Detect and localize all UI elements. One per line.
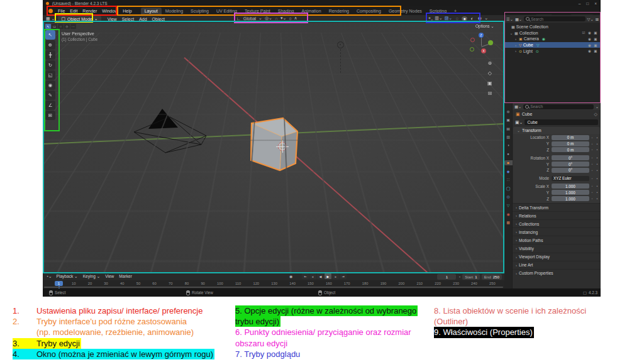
workspace-tab[interactable]: Scripting — [426, 8, 450, 14]
workspace-tab[interactable]: Texture Paint — [241, 8, 274, 14]
gizmo-x-axis[interactable]: X — [481, 48, 486, 53]
lock-icon[interactable]: ◦ — [589, 177, 595, 180]
tab-selector-icon[interactable]: ▦⌄ — [514, 104, 521, 109]
value-field[interactable]: 0° — [552, 155, 589, 160]
snap-with-icon[interactable]: ▾⌄ — [280, 16, 286, 21]
navigation-gizmo[interactable]: Z X — [468, 32, 494, 58]
section-header[interactable]: › Delta Transform — [513, 203, 601, 211]
expand-arrow-icon[interactable]: › — [514, 49, 518, 53]
select-mode-button[interactable]: ⋯ — [70, 24, 76, 29]
timeline-menu-item[interactable]: View — [105, 274, 114, 279]
properties-tab[interactable]: ▩ — [504, 220, 513, 225]
properties-tab[interactable]: ◆ — [504, 168, 513, 173]
shading-wireframe-icon[interactable]: ◌ — [454, 16, 460, 21]
section-header[interactable]: › Motion Paths — [513, 236, 601, 244]
viewport-menu-item[interactable]: View — [105, 17, 119, 21]
auto-keying-icon[interactable]: ◉ — [289, 274, 292, 278]
select-mode-button[interactable]: ◇ — [64, 24, 70, 29]
outliner-row[interactable]: › ▣ Camera ◉ ◉ ▣ — [504, 36, 601, 42]
gizmo-y-neg[interactable] — [470, 47, 474, 52]
animate-dot-icon[interactable]: • — [595, 190, 599, 194]
section-header[interactable]: › Line Art — [513, 261, 601, 269]
value-field[interactable]: 1.000 — [552, 196, 589, 201]
properties-tab[interactable]: ■ — [504, 160, 513, 165]
light-object[interactable] — [337, 41, 344, 48]
lock-icon[interactable]: ◦ — [589, 156, 595, 160]
transform-panel-header[interactable]: ⌄ Transform — [513, 127, 600, 134]
outliner-search-input[interactable]: Search — [524, 16, 585, 21]
shading-material-icon[interactable]: ◐ — [469, 16, 475, 21]
overlays-icon[interactable]: ▥⌄ — [435, 16, 442, 21]
animate-dot-icon[interactable]: • — [595, 136, 599, 140]
mode-dropdown[interactable]: ▢ Object Mode ⌄ — [58, 16, 101, 22]
animate-dot-icon[interactable]: • — [595, 184, 599, 188]
expand-arrow-icon[interactable]: ⌄ — [509, 31, 513, 35]
transport-button[interactable]: ⇥ — [340, 273, 347, 279]
outliner-filter-mode-icon[interactable]: ▦⌄ — [515, 17, 522, 21]
chevron-down-icon[interactable]: ⌄ — [484, 16, 488, 21]
animate-dot-icon[interactable]: • — [595, 156, 599, 160]
timeline-menu-item[interactable]: Keying ⌄ — [83, 274, 101, 279]
menu-item[interactable]: Window — [99, 9, 120, 13]
menu-item[interactable]: Render — [80, 9, 99, 13]
gizmo-x-neg[interactable] — [470, 38, 475, 42]
workspace-tab[interactable]: Compositing — [353, 8, 385, 14]
gizmo-z-axis[interactable]: Z — [479, 33, 484, 38]
lock-icon[interactable]: ◦ — [589, 190, 595, 194]
menu-item[interactable]: Help — [120, 9, 134, 13]
lock-icon[interactable]: ◦ — [589, 168, 595, 172]
workspace-tab[interactable]: Geometry Nodes — [385, 8, 426, 14]
select-mode-button[interactable]: ↖ — [45, 24, 51, 29]
workspace-tab[interactable]: Animation — [298, 8, 325, 14]
value-field[interactable]: 0 m — [552, 135, 589, 140]
outliner-row[interactable]: › ⊙ Light ⊙ ◉ ▣ — [504, 48, 601, 54]
select-mode-button[interactable]: ○ — [58, 24, 64, 29]
timeline-scrollbar[interactable] — [44, 287, 503, 288]
minimize-button[interactable]: – — [579, 1, 581, 6]
section-header[interactable]: › Custom Properties — [513, 269, 601, 277]
editor-type-icon[interactable]: ▦ ⌄ — [46, 16, 55, 21]
viewport-control-button[interactable]: ⊕ — [487, 60, 492, 66]
timeline-menu-item[interactable]: Playback ⌄ — [57, 274, 78, 279]
toolbar-button[interactable]: ∠ — [45, 101, 55, 110]
toolbar-button[interactable]: ↖ — [45, 30, 55, 40]
pin-icon[interactable]: ◇ — [594, 112, 597, 117]
options-dropdown[interactable]: Options ⌄ — [475, 24, 494, 29]
outliner-display-mode-icon[interactable]: ☰⌄ — [506, 17, 513, 21]
properties-tab[interactable]: ▣ — [504, 118, 513, 123]
proportional-editing-icon[interactable]: ○ — [289, 16, 291, 21]
value-field[interactable]: XYZ Euler — [552, 176, 589, 181]
properties-tab[interactable]: ▥ — [504, 134, 513, 140]
new-collection-icon[interactable]: ⊞ — [596, 17, 599, 21]
expand-arrow-icon[interactable]: › — [514, 37, 518, 41]
lock-icon[interactable]: ◦ — [589, 148, 595, 151]
properties-tab[interactable]: ◯ — [504, 185, 513, 190]
value-field[interactable]: 0 m — [552, 147, 589, 152]
viewport-control-button[interactable]: ▣ — [487, 80, 492, 86]
transport-button[interactable]: ◀ — [317, 273, 324, 279]
viewport-menu-item[interactable]: Add — [136, 17, 149, 21]
section-header[interactable]: › Instancing — [513, 228, 601, 236]
select-gizmo-icon[interactable]: ⌖⌄ — [428, 16, 433, 21]
properties-tab[interactable]: ▽ — [504, 203, 513, 208]
shading-solid-icon[interactable]: ● — [462, 16, 467, 21]
animate-dot-icon[interactable]: • — [595, 177, 599, 180]
properties-tab[interactable]: ▤ — [504, 126, 513, 131]
transport-button[interactable]: « — [309, 273, 316, 279]
timeline-editor-icon[interactable]: ◔⌄ — [46, 274, 52, 279]
viewport-control-button[interactable]: ⊞ — [487, 90, 492, 96]
viewport-menu-item[interactable]: Object — [150, 17, 167, 21]
visibility-toggle-icons[interactable]: ☑ ◉ ▣ — [582, 31, 601, 35]
viewport-menu-item[interactable]: Select — [119, 17, 136, 21]
value-field[interactable]: 1.000 — [552, 184, 589, 189]
workspace-tab[interactable]: + — [450, 8, 460, 14]
chevron-down-icon[interactable]: ⌄ — [258, 16, 262, 21]
end-frame-field[interactable]: End250 — [482, 274, 502, 280]
properties-search-input[interactable]: Search — [523, 104, 593, 109]
filter-funnel-icon[interactable]: ▽⌄ — [587, 17, 594, 21]
properties-tab[interactable]: ◎ — [504, 194, 513, 199]
transport-button[interactable]: ▶ — [325, 273, 331, 279]
value-field[interactable]: 0° — [552, 168, 589, 173]
lock-icon[interactable]: ◦ — [589, 197, 595, 200]
animate-dot-icon[interactable]: • — [595, 148, 599, 151]
